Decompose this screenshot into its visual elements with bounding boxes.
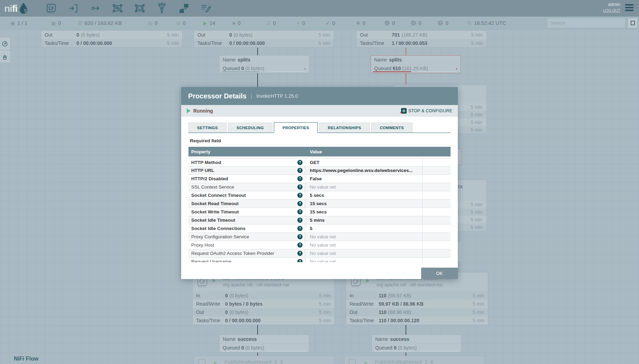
stop-and-configure-button[interactable]: ⚙ STOP & CONFIGURE [401, 108, 452, 114]
property-value[interactable]: No value set [305, 249, 423, 257]
help-icon[interactable]: ? [297, 259, 303, 262]
processor-bundle: org.apache.nifi - nifi-standard-nar [377, 282, 443, 287]
property-row[interactable]: HTTP Method?GET [188, 158, 451, 166]
property-row[interactable]: Proxy Configuration Service?No value set [188, 233, 451, 241]
input-port-draggable[interactable] [67, 2, 80, 15]
processor-jolt-transform-right[interactable]: JoltTransformJSON 1.25.0 org.apache.nifi… [346, 272, 488, 325]
connection-name: splits [389, 57, 402, 63]
logout-link[interactable]: LOG OUT [603, 8, 620, 12]
template-draggable[interactable] [178, 2, 190, 15]
processor-jolt-transform-left[interactable]: JoltTransformJSON 1.25.0 org.apache.nifi… [192, 272, 335, 325]
property-row[interactable]: Socket Connect Timeout?5 secs [188, 191, 451, 200]
nifi-logo: nifi [4, 2, 28, 15]
stat-label: Tasks/Time [196, 318, 225, 323]
processor-stats-box[interactable]: Out0(0 bytes)5 min Tasks/Time0 / 00:00:0… [194, 30, 334, 48]
stat-label: Tasks/Time [350, 318, 379, 323]
funnel-draggable[interactable] [156, 2, 168, 15]
processor-draggable[interactable] [45, 2, 57, 15]
property-value[interactable]: No value set [305, 258, 423, 262]
property-row[interactable]: Request OAuth2 Access Token Provider?No … [188, 249, 451, 258]
help-icon[interactable]: ? [297, 160, 303, 165]
help-icon[interactable]: ? [297, 209, 303, 214]
dialog-header: Processor Details | InvokeHTTP 1.25.0 [181, 87, 458, 105]
help-icon[interactable]: ? [297, 193, 303, 198]
tab-scheduling[interactable]: SCHEDULING [228, 123, 272, 133]
breadcrumb[interactable]: NiFi Flow [14, 356, 38, 362]
property-value[interactable]: https://www.pegelonline.wsv.de/webservic… [305, 166, 423, 174]
help-icon[interactable]: ? [297, 201, 303, 206]
processor-publish-kafka[interactable]: PublishKafkaRecord_2_6 [194, 356, 334, 364]
process-group-draggable[interactable] [111, 2, 124, 15]
property-row[interactable]: Socket Idle Timeout?5 mins [188, 216, 451, 224]
tab-relationships[interactable]: RELATIONSHIPS [319, 123, 370, 133]
processor-title-fragment: ta [458, 183, 463, 189]
processor-stats-box[interactable]: Out701(185.27 KB)5 min Tasks/Time1 / 00:… [356, 30, 487, 48]
properties-table-header: Property Value [188, 147, 451, 156]
property-value[interactable]: No value set [305, 183, 423, 191]
stat-value: 0 [76, 32, 79, 38]
tab-settings[interactable]: SETTINGS [188, 123, 226, 133]
not-transmitting-icon: ⊘ [176, 21, 180, 26]
property-row[interactable]: Socket Idle Connections?5 [188, 224, 451, 233]
property-row[interactable]: HTTP URL?https://www.pegelonline.wsv.de/… [188, 166, 451, 175]
property-value[interactable]: 5 [305, 224, 423, 232]
help-icon[interactable]: ? [297, 218, 303, 223]
help-icon[interactable]: ? [297, 234, 303, 239]
property-value[interactable]: False [305, 175, 423, 183]
property-row[interactable]: Request Username?No value set [188, 258, 451, 262]
statusbar-locally-modified: ✱0 [356, 17, 365, 29]
tab-properties[interactable]: PROPERTIES [274, 122, 318, 133]
help-icon[interactable]: ? [297, 176, 303, 181]
help-icon[interactable]: ? [297, 168, 303, 173]
stat-label: Tasks/Time [45, 40, 76, 46]
connection-label-success[interactable]: Namesuccess Queued0(0 bytes) [219, 335, 309, 353]
stat-label: Out [350, 309, 379, 315]
connection-label-success[interactable]: Namesuccess Queued0(0 bytes) [372, 335, 462, 353]
property-row[interactable]: SSL Context Service?No value set [188, 183, 451, 191]
processor-publish-kafka[interactable]: PublishKafkaRecord_2_6 [344, 356, 485, 364]
property-value[interactable]: 5 mins [305, 216, 423, 224]
stat-value: 110 [379, 293, 387, 298]
property-row[interactable]: Socket Write Timeout?15 secs [188, 208, 451, 216]
properties-table: Property Value HTTP Method?GET HTTP URL?… [188, 147, 451, 262]
stat-time: 5 min [319, 293, 331, 298]
property-value[interactable]: No value set [305, 233, 423, 241]
property-value[interactable]: 15 secs [305, 200, 423, 208]
bulletin-board-button[interactable] [628, 18, 637, 28]
navigate-fit-button[interactable] [0, 38, 10, 49]
run-status-text: Running [193, 108, 213, 114]
tab-comments[interactable]: COMMENTS [371, 123, 412, 133]
statusbar-refresh[interactable]: ↻16:52:42 UTC [467, 17, 506, 29]
dialog-subtitle: InvokeHTTP 1.25.0 [256, 93, 298, 99]
help-icon[interactable]: ? [297, 251, 303, 256]
remote-process-group-draggable[interactable] [133, 2, 146, 15]
connection-label-splits-backpressure[interactable]: Namesplits Queued610(161.25 KB)◑ [371, 55, 461, 73]
property-row[interactable]: HTTP/2 Disabled?False [188, 175, 451, 183]
property-row[interactable]: Proxy Host?No value set [188, 241, 451, 249]
output-port-draggable[interactable] [89, 2, 102, 15]
help-icon[interactable]: ? [297, 226, 303, 231]
connection-label-splits[interactable]: Namesplits Queued0(0 bytes)◑ [219, 55, 309, 73]
search-input[interactable] [547, 18, 625, 28]
refresh-icon[interactable]: ↻ [467, 21, 472, 26]
queued-extra: (0 bytes) [398, 345, 417, 351]
statusbar-up-to-date: ✔0 [326, 17, 335, 29]
property-value[interactable]: 5 secs [305, 191, 423, 199]
help-icon[interactable]: ? [297, 184, 303, 190]
property-value[interactable]: GET [305, 159, 423, 166]
ok-button[interactable]: OK [421, 268, 458, 279]
stat-time: 5 min [167, 40, 179, 46]
stat-label: Out [360, 32, 392, 38]
processor-stats-box[interactable]: Out0(0 bytes)5 min Tasks/Time0 / 00:00:0… [41, 30, 183, 48]
property-value[interactable]: 15 secs [305, 208, 423, 216]
connection-name: success [390, 336, 409, 342]
property-row[interactable]: Socket Read Timeout?15 secs [188, 200, 451, 208]
global-menu-icon[interactable] [625, 4, 633, 12]
stat-label: Read/Write [350, 301, 379, 307]
pan-hand-button[interactable] [0, 51, 10, 62]
label-draggable[interactable] [200, 2, 212, 15]
property-value[interactable]: No value set [305, 241, 423, 249]
connection-name-label: Name [374, 57, 387, 63]
help-icon[interactable]: ? [297, 242, 303, 248]
stat-value: 110 [379, 309, 387, 315]
